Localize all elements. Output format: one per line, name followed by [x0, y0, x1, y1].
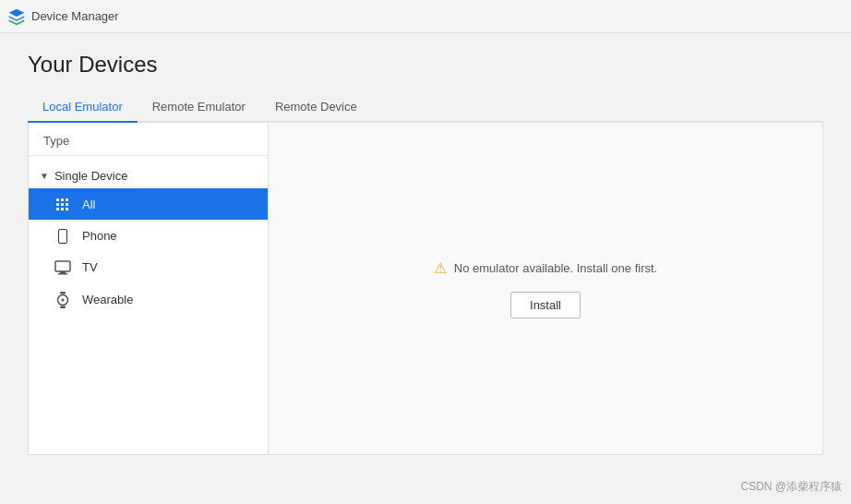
- right-panel: ⚠ No emulator available. Install one fir…: [269, 123, 822, 454]
- svg-rect-1: [60, 271, 66, 273]
- sidebar-item-wearable-label: Wearable: [82, 293, 133, 306]
- sidebar-section-label: Single Device: [54, 169, 128, 183]
- chevron-down-icon: ▼: [40, 171, 49, 181]
- title-bar: Device Manager: [0, 0, 851, 33]
- sidebar-item-all[interactable]: All: [29, 188, 268, 220]
- svg-rect-0: [55, 261, 70, 271]
- app-title: Device Manager: [31, 9, 119, 23]
- tv-icon: [54, 258, 71, 276]
- watermark: CSDN @添柴程序猿: [740, 479, 842, 495]
- main-content: Your Devices Local Emulator Remote Emula…: [0, 33, 851, 504]
- panel-area: Type ▼ Single Device All: [28, 123, 823, 455]
- warning-icon: ⚠: [434, 259, 447, 277]
- app-logo-icon: [7, 7, 26, 26]
- tab-remote-emulator[interactable]: Remote Emulator: [138, 92, 260, 123]
- tab-local-emulator[interactable]: Local Emulator: [28, 92, 138, 123]
- sidebar-item-tv[interactable]: TV: [29, 251, 268, 283]
- tab-bar: Local Emulator Remote Emulator Remote De…: [28, 92, 823, 123]
- svg-point-6: [62, 298, 65, 301]
- sidebar-item-wearable[interactable]: Wearable: [29, 283, 268, 316]
- sidebar-item-phone[interactable]: Phone: [29, 220, 268, 251]
- no-emulator-text: No emulator available. Install one first…: [454, 261, 657, 275]
- page-title: Your Devices: [28, 52, 823, 78]
- no-emulator-message: ⚠ No emulator available. Install one fir…: [434, 259, 657, 277]
- phone-icon: [54, 227, 71, 244]
- svg-rect-3: [60, 292, 66, 294]
- sidebar-section: ▼ Single Device All: [29, 156, 268, 323]
- svg-rect-4: [60, 306, 66, 308]
- sidebar-item-tv-label: TV: [82, 260, 98, 274]
- sidebar-section-single-device[interactable]: ▼ Single Device: [29, 163, 268, 188]
- tab-remote-device[interactable]: Remote Device: [260, 92, 372, 123]
- svg-rect-2: [58, 273, 67, 275]
- sidebar-item-phone-label: Phone: [82, 229, 117, 243]
- grid-icon: [54, 196, 71, 212]
- sidebar: Type ▼ Single Device All: [29, 123, 269, 454]
- sidebar-type-header: Type: [29, 123, 268, 156]
- wearable-icon: [54, 291, 71, 308]
- sidebar-item-all-label: All: [82, 198, 95, 211]
- install-button[interactable]: Install: [510, 292, 581, 318]
